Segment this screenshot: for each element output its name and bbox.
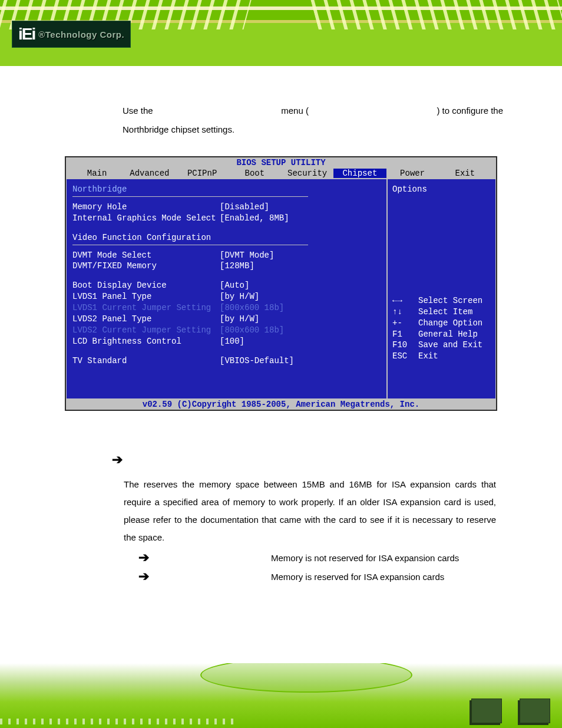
option-row: ➔ Memory is not reserved for ISA expansi… <box>138 550 509 565</box>
bios-value: [Disabled] <box>220 202 269 213</box>
bios-key-desc: Save and Exit <box>418 340 482 351</box>
logo-mark: iEi <box>18 25 35 44</box>
bios-tab-security[interactable]: Security <box>281 169 333 178</box>
page-body: Use the menu ( ) to configure the Northb… <box>0 66 562 584</box>
bios-title: BIOS SETUP UTILITY <box>66 157 496 168</box>
bios-tab-pcipnp[interactable]: PCIPnP <box>176 169 229 178</box>
bios-key: F10 <box>392 340 418 351</box>
intro-text: ) to configure the <box>437 101 503 120</box>
bios-row[interactable]: LCD Brightness Control[100] <box>72 336 381 347</box>
option-row: ➔ Memory is reserved for ISA expansion c… <box>138 569 509 584</box>
arrow-right-icon: ➔ <box>138 569 156 584</box>
chip-icon <box>471 699 502 723</box>
bios-label: Boot Display Device <box>72 280 220 291</box>
bios-key-desc: Change Option <box>418 318 482 329</box>
bios-label: DVMT Mode Select <box>72 250 220 261</box>
bios-label: LVDS2 Panel Type <box>72 314 220 325</box>
bios-row[interactable]: TV Standard[VBIOS-Default] <box>72 355 381 367</box>
arrow-right-icon: ➔ <box>112 452 509 467</box>
bios-value: [Auto] <box>220 280 249 291</box>
bios-key: +- <box>392 318 418 329</box>
section-body: The reserves the memory space between 15… <box>124 476 496 546</box>
bios-key: ←→ <box>392 295 418 307</box>
decorative-curve <box>200 663 412 693</box>
bios-label: LVDS2 Current Jumper Setting <box>72 325 220 336</box>
bios-key-desc: Select Item <box>418 307 472 318</box>
arrow-right-icon: ➔ <box>138 550 156 565</box>
bios-tab-exit[interactable]: Exit <box>439 169 491 178</box>
intro-text: Use the <box>123 101 153 120</box>
bios-row[interactable]: LVDS2 Panel Type[by H/W] <box>72 314 381 325</box>
bios-value: [800x600 18b] <box>220 325 284 336</box>
bios-key: F1 <box>392 329 418 340</box>
bios-tab-advanced[interactable]: Advanced <box>123 169 176 178</box>
bios-menubar: Main Advanced PCIPnP Boot Security Chips… <box>66 168 496 179</box>
option-text: Memory is reserved for ISA expansion car… <box>271 572 444 582</box>
bios-label: LCD Brightness Control <box>72 336 220 347</box>
logo-sub: ®Technology Corp. <box>38 29 124 39</box>
chip-icon <box>520 699 550 723</box>
bios-value: [800x600 18b] <box>220 302 284 314</box>
intro-text: Northbridge chipset settings. <box>123 120 503 139</box>
bios-tab-main[interactable]: Main <box>71 169 123 178</box>
bios-key-desc: Select Screen <box>418 295 482 307</box>
intro-paragraph: Use the menu ( ) to configure the Northb… <box>123 101 503 139</box>
bios-value: [Enabled, 8MB] <box>220 213 289 224</box>
decorative-chips <box>471 699 550 723</box>
bios-tab-boot[interactable]: Boot <box>229 169 281 178</box>
bios-label: Internal Graphics Mode Select <box>72 213 220 224</box>
bios-tab-power[interactable]: Power <box>386 169 439 178</box>
bios-row[interactable]: Internal Graphics Mode Select[Enabled, 8… <box>72 213 381 224</box>
bios-value: [100] <box>220 336 244 347</box>
bios-value: [by H/W] <box>220 291 259 302</box>
bios-options-title: Options <box>392 184 491 195</box>
bios-footer: v02.59 (C)Copyright 1985-2005, American … <box>66 399 496 410</box>
top-banner: iEi ®Technology Corp. <box>0 0 562 66</box>
bios-row: LVDS1 Current Jumper Setting[800x600 18b… <box>72 302 381 314</box>
bios-key: ↑↓ <box>392 307 418 318</box>
section-text: The <box>124 479 139 489</box>
bios-row: LVDS2 Current Jumper Setting[800x600 18b… <box>72 325 381 336</box>
bios-row[interactable]: DVMT/FIXED Memory[128MB] <box>72 261 381 272</box>
bios-row[interactable]: Memory Hole[Disabled] <box>72 202 381 213</box>
option-text: Memory is not reserved for ISA expansion… <box>271 553 459 563</box>
section-text: reserves the memory space between 15MB a… <box>124 479 496 542</box>
bios-subheading: Video Function Configuration <box>72 232 381 243</box>
bios-value: [by H/W] <box>220 314 259 325</box>
bios-key-desc: Exit <box>418 351 438 362</box>
bios-right-pane: Options ←→Select Screen ↑↓Select Item +-… <box>387 179 496 399</box>
logo-block: iEi ®Technology Corp. <box>12 21 131 48</box>
bios-label: DVMT/FIXED Memory <box>72 261 220 272</box>
bios-heading: Northbridge <box>72 184 381 195</box>
bios-left-pane: Northbridge Memory Hole[Disabled] Intern… <box>66 179 387 399</box>
bios-label: Memory Hole <box>72 202 220 213</box>
bios-value: [DVMT Mode] <box>220 250 274 261</box>
bios-tab-chipset[interactable]: Chipset <box>333 169 386 178</box>
bottom-banner <box>0 663 562 728</box>
bios-key: ESC <box>392 351 418 362</box>
bios-row[interactable]: Boot Display Device[Auto] <box>72 280 381 291</box>
intro-text: menu ( <box>281 101 309 120</box>
bios-value: [VBIOS-Default] <box>220 355 294 367</box>
bios-row[interactable]: DVMT Mode Select[DVMT Mode] <box>72 250 381 261</box>
bios-value: [128MB] <box>220 261 254 272</box>
bios-label: LVDS1 Panel Type <box>72 291 220 302</box>
bios-key-legend: ←→Select Screen ↑↓Select Item +-Change O… <box>392 295 491 362</box>
bios-label: TV Standard <box>72 355 220 367</box>
bios-label: LVDS1 Current Jumper Setting <box>72 302 220 314</box>
bios-row[interactable]: LVDS1 Panel Type[by H/W] <box>72 291 381 302</box>
bios-setup-figure: BIOS SETUP UTILITY Main Advanced PCIPnP … <box>65 156 497 411</box>
bios-key-desc: General Help <box>418 329 478 340</box>
